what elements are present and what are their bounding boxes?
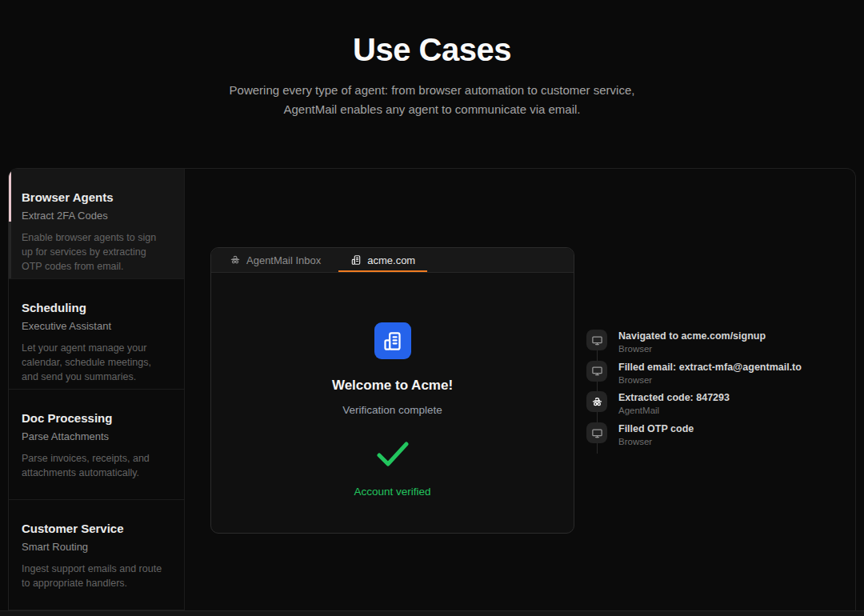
timeline-event: Filled OTP code Browser xyxy=(586,422,802,454)
event-source: Browser xyxy=(618,344,766,354)
use-case-title: Doc Processing xyxy=(22,411,163,425)
tab-label: AgentMail Inbox xyxy=(246,254,321,266)
monitor-icon xyxy=(586,330,607,350)
account-verified-label: Account verified xyxy=(354,486,430,498)
agentmail-spy-icon xyxy=(230,254,241,266)
event-source: Browser xyxy=(618,375,802,385)
use-case-description: Enable browser agents to sign up for ser… xyxy=(22,230,163,274)
use-case-subtitle: Parse Attachments xyxy=(22,430,163,442)
event-label: Filled OTP code xyxy=(618,423,694,434)
next-section-edge xyxy=(0,610,864,616)
use-case-subtitle: Smart Routing xyxy=(22,541,163,553)
signup-success-screen: Welcome to Acme! Verification complete A… xyxy=(211,273,574,534)
timeline-event: Filled email: extract-mfa@agentmail.to B… xyxy=(586,361,802,392)
tab-label: acme.com xyxy=(367,254,415,266)
event-label: Filled email: extract-mfa@agentmail.to xyxy=(618,362,802,373)
usecases-panel: Browser Agents Extract 2FA Codes Enable … xyxy=(8,168,856,610)
timeline-event: Extracted code: 847293 AgentMail xyxy=(586,391,802,422)
use-case-card[interactable]: Scheduling Executive Assistant Let your … xyxy=(9,279,184,390)
page-title: Use Cases xyxy=(0,32,864,68)
browser-tab[interactable]: acme.com xyxy=(338,248,427,272)
verification-subtitle: Verification complete xyxy=(342,404,442,416)
use-case-card[interactable]: Doc Processing Parse Attachments Parse i… xyxy=(9,390,184,500)
usecase-sidebar: Browser Agents Extract 2FA Codes Enable … xyxy=(9,169,185,610)
progress-accent-bar xyxy=(9,169,11,278)
agent-event-timeline: Navigated to acme.com/signup Browser xyxy=(586,330,802,454)
use-case-title: Scheduling xyxy=(22,301,163,314)
use-case-title: Customer Service xyxy=(22,522,163,535)
browser-mockup: AgentMail Inbox acme.com xyxy=(210,247,574,534)
page-subtitle: Powering every type of agent: from brows… xyxy=(224,81,640,119)
use-case-description: Parse invoices, receipts, and attachment… xyxy=(22,451,163,480)
monitor-icon xyxy=(586,361,607,382)
building-icon xyxy=(382,330,403,352)
browser-tab[interactable]: AgentMail Inbox xyxy=(218,248,338,272)
use-case-description: Let your agent manage your calendar, sch… xyxy=(22,341,163,384)
event-label: Navigated to acme.com/signup xyxy=(618,330,766,342)
use-case-subtitle: Executive Assistant xyxy=(22,320,163,332)
use-case-subtitle: Extract 2FA Codes xyxy=(22,210,163,222)
agentmail-spy-icon xyxy=(586,391,607,412)
use-case-card[interactable]: Browser Agents Extract 2FA Codes Enable … xyxy=(9,169,184,279)
usecases-header: Use Cases Powering every type of agent: … xyxy=(0,0,864,119)
event-source: Browser xyxy=(618,437,694,446)
welcome-title: Welcome to Acme! xyxy=(332,378,453,394)
monitor-icon xyxy=(586,422,607,443)
building-icon xyxy=(350,254,362,266)
event-label: Extracted code: 847293 xyxy=(618,392,730,403)
event-source: AgentMail xyxy=(618,406,730,415)
demo-area: AgentMail Inbox acme.com xyxy=(185,169,855,610)
browser-tabbar: AgentMail Inbox acme.com xyxy=(211,248,574,273)
use-case-card[interactable]: Customer Service Smart Routing Ingest su… xyxy=(9,500,184,610)
success-check-icon xyxy=(374,440,411,472)
timeline-event: Navigated to acme.com/signup Browser xyxy=(586,330,802,361)
acme-logo-tile xyxy=(374,322,411,359)
use-case-description: Ingest support emails and route to appro… xyxy=(22,562,163,590)
use-case-title: Browser Agents xyxy=(22,190,163,204)
active-tab-underline xyxy=(338,270,427,273)
